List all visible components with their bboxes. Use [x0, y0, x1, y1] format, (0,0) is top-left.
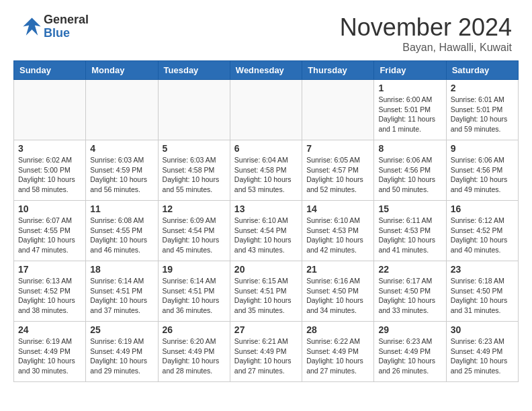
- header-wednesday: Wednesday: [230, 61, 302, 80]
- day-cell-4-2: 26Sunrise: 6:20 AM Sunset: 4:49 PM Dayli…: [158, 322, 230, 382]
- day-cell-1-1: 4Sunrise: 6:03 AM Sunset: 4:59 PM Daylig…: [86, 140, 158, 201]
- day-cell-3-6: 23Sunrise: 6:18 AM Sunset: 4:50 PM Dayli…: [446, 261, 518, 322]
- day-cell-1-0: 3Sunrise: 6:02 AM Sunset: 5:00 PM Daylig…: [14, 140, 86, 201]
- day-number: 29: [378, 324, 441, 335]
- day-info: Sunrise: 6:23 AM Sunset: 4:49 PM Dayligh…: [451, 336, 514, 376]
- day-cell-1-5: 8Sunrise: 6:06 AM Sunset: 4:56 PM Daylig…: [374, 140, 446, 201]
- day-cell-1-2: 5Sunrise: 6:03 AM Sunset: 4:58 PM Daylig…: [158, 140, 230, 201]
- day-cell-2-5: 15Sunrise: 6:11 AM Sunset: 4:53 PM Dayli…: [374, 201, 446, 261]
- day-number: 17: [18, 264, 81, 275]
- day-number: 15: [378, 203, 441, 214]
- day-info: Sunrise: 6:22 AM Sunset: 4:49 PM Dayligh…: [306, 336, 369, 376]
- day-cell-2-2: 12Sunrise: 6:09 AM Sunset: 4:54 PM Dayli…: [158, 201, 230, 261]
- day-number: 26: [163, 324, 226, 335]
- day-info: Sunrise: 6:18 AM Sunset: 4:50 PM Dayligh…: [451, 276, 514, 316]
- header-sunday: Sunday: [14, 61, 86, 80]
- day-cell-1-4: 7Sunrise: 6:05 AM Sunset: 4:57 PM Daylig…: [302, 140, 374, 201]
- day-info: Sunrise: 6:23 AM Sunset: 4:49 PM Dayligh…: [378, 336, 441, 376]
- day-number: 18: [90, 264, 153, 275]
- logo: General Blue: [20, 13, 89, 40]
- week-row-0: 1Sunrise: 6:00 AM Sunset: 5:01 PM Daylig…: [14, 80, 519, 140]
- day-info: Sunrise: 6:09 AM Sunset: 4:54 PM Dayligh…: [163, 216, 226, 255]
- day-number: 30: [451, 324, 514, 335]
- day-cell-4-3: 27Sunrise: 6:21 AM Sunset: 4:49 PM Dayli…: [230, 322, 302, 382]
- svg-marker-0: [23, 18, 40, 36]
- day-info: Sunrise: 6:07 AM Sunset: 4:55 PM Dayligh…: [18, 216, 81, 255]
- day-info: Sunrise: 6:05 AM Sunset: 4:57 PM Dayligh…: [306, 155, 369, 195]
- day-number: 12: [163, 203, 226, 214]
- day-number: 13: [234, 203, 298, 214]
- day-cell-2-0: 10Sunrise: 6:07 AM Sunset: 4:55 PM Dayli…: [14, 201, 86, 261]
- week-row-3: 17Sunrise: 6:13 AM Sunset: 4:52 PM Dayli…: [14, 261, 519, 322]
- day-number: 7: [306, 143, 369, 154]
- day-cell-3-1: 18Sunrise: 6:14 AM Sunset: 4:51 PM Dayli…: [86, 261, 158, 322]
- day-cell-0-6: 2Sunrise: 6:01 AM Sunset: 5:01 PM Daylig…: [446, 80, 518, 140]
- day-cell-4-6: 30Sunrise: 6:23 AM Sunset: 4:49 PM Dayli…: [446, 322, 518, 382]
- day-number: 5: [163, 143, 226, 154]
- day-number: 27: [234, 324, 298, 335]
- header-thursday: Thursday: [302, 61, 374, 80]
- week-row-1: 3Sunrise: 6:02 AM Sunset: 5:00 PM Daylig…: [14, 140, 519, 201]
- day-info: Sunrise: 6:13 AM Sunset: 4:52 PM Dayligh…: [18, 276, 81, 316]
- day-cell-4-4: 28Sunrise: 6:22 AM Sunset: 4:49 PM Dayli…: [302, 322, 374, 382]
- day-number: 2: [451, 83, 514, 93]
- day-cell-3-3: 20Sunrise: 6:15 AM Sunset: 4:51 PM Dayli…: [230, 261, 302, 322]
- day-cell-4-0: 24Sunrise: 6:19 AM Sunset: 4:49 PM Dayli…: [14, 322, 86, 382]
- day-info: Sunrise: 6:08 AM Sunset: 4:55 PM Dayligh…: [90, 216, 153, 255]
- day-cell-1-3: 6Sunrise: 6:04 AM Sunset: 4:58 PM Daylig…: [230, 140, 302, 201]
- day-cell-0-3: [230, 80, 302, 140]
- day-info: Sunrise: 6:04 AM Sunset: 4:58 PM Dayligh…: [234, 155, 298, 195]
- header-tuesday: Tuesday: [158, 61, 230, 80]
- header-friday: Friday: [374, 61, 446, 80]
- calendar-table: Sunday Monday Tuesday Wednesday Thursday…: [13, 60, 519, 382]
- day-info: Sunrise: 6:20 AM Sunset: 4:49 PM Dayligh…: [163, 336, 226, 376]
- day-info: Sunrise: 6:00 AM Sunset: 5:01 PM Dayligh…: [378, 95, 441, 134]
- week-row-2: 10Sunrise: 6:07 AM Sunset: 4:55 PM Dayli…: [14, 201, 519, 261]
- day-number: 4: [90, 143, 153, 154]
- day-number: 21: [306, 264, 369, 275]
- day-info: Sunrise: 6:06 AM Sunset: 4:56 PM Dayligh…: [378, 155, 441, 195]
- day-info: Sunrise: 6:17 AM Sunset: 4:50 PM Dayligh…: [378, 276, 441, 316]
- header-saturday: Saturday: [446, 61, 518, 80]
- header-monday: Monday: [86, 61, 158, 80]
- day-number: 3: [18, 143, 81, 154]
- day-number: 1: [378, 83, 441, 93]
- day-number: 16: [451, 203, 514, 214]
- day-cell-0-2: [158, 80, 230, 140]
- day-info: Sunrise: 6:12 AM Sunset: 4:52 PM Dayligh…: [451, 216, 514, 255]
- day-info: Sunrise: 6:10 AM Sunset: 4:54 PM Dayligh…: [234, 216, 298, 255]
- day-cell-2-1: 11Sunrise: 6:08 AM Sunset: 4:55 PM Dayli…: [86, 201, 158, 261]
- day-cell-2-6: 16Sunrise: 6:12 AM Sunset: 4:52 PM Dayli…: [446, 201, 518, 261]
- day-info: Sunrise: 6:02 AM Sunset: 5:00 PM Dayligh…: [18, 155, 81, 195]
- day-info: Sunrise: 6:11 AM Sunset: 4:53 PM Dayligh…: [378, 216, 441, 255]
- calendar-header: Sunday Monday Tuesday Wednesday Thursday…: [14, 61, 519, 80]
- day-cell-2-4: 14Sunrise: 6:10 AM Sunset: 4:53 PM Dayli…: [302, 201, 374, 261]
- page-container: General Blue November 2024 Bayan, Hawall…: [0, 0, 532, 389]
- day-cell-3-4: 21Sunrise: 6:16 AM Sunset: 4:50 PM Dayli…: [302, 261, 374, 322]
- day-info: Sunrise: 6:15 AM Sunset: 4:51 PM Dayligh…: [234, 276, 298, 316]
- day-number: 11: [90, 203, 153, 214]
- calendar-wrapper: Sunday Monday Tuesday Wednesday Thursday…: [0, 60, 532, 389]
- day-number: 14: [306, 203, 369, 214]
- day-info: Sunrise: 6:16 AM Sunset: 4:50 PM Dayligh…: [306, 276, 369, 316]
- day-cell-3-5: 22Sunrise: 6:17 AM Sunset: 4:50 PM Dayli…: [374, 261, 446, 322]
- day-number: 6: [234, 143, 298, 154]
- day-info: Sunrise: 6:06 AM Sunset: 4:56 PM Dayligh…: [451, 155, 514, 195]
- day-number: 24: [18, 324, 81, 335]
- logo-text: General Blue: [44, 13, 89, 40]
- day-cell-4-1: 25Sunrise: 6:19 AM Sunset: 4:49 PM Dayli…: [86, 322, 158, 382]
- header: General Blue November 2024 Bayan, Hawall…: [0, 0, 532, 60]
- day-info: Sunrise: 6:14 AM Sunset: 4:51 PM Dayligh…: [90, 276, 153, 316]
- day-cell-1-6: 9Sunrise: 6:06 AM Sunset: 4:56 PM Daylig…: [446, 140, 518, 201]
- day-number: 19: [163, 264, 226, 275]
- day-number: 20: [234, 264, 298, 275]
- calendar-body: 1Sunrise: 6:00 AM Sunset: 5:01 PM Daylig…: [14, 80, 519, 382]
- day-cell-3-2: 19Sunrise: 6:14 AM Sunset: 4:51 PM Dayli…: [158, 261, 230, 322]
- day-number: 22: [378, 264, 441, 275]
- week-row-4: 24Sunrise: 6:19 AM Sunset: 4:49 PM Dayli…: [14, 322, 519, 382]
- logo-general: General: [44, 13, 89, 27]
- title-section: November 2024 Bayan, Hawalli, Kuwait: [340, 13, 512, 54]
- day-number: 9: [451, 143, 514, 154]
- month-title: November 2024: [340, 13, 512, 42]
- logo-blue: Blue: [44, 27, 89, 40]
